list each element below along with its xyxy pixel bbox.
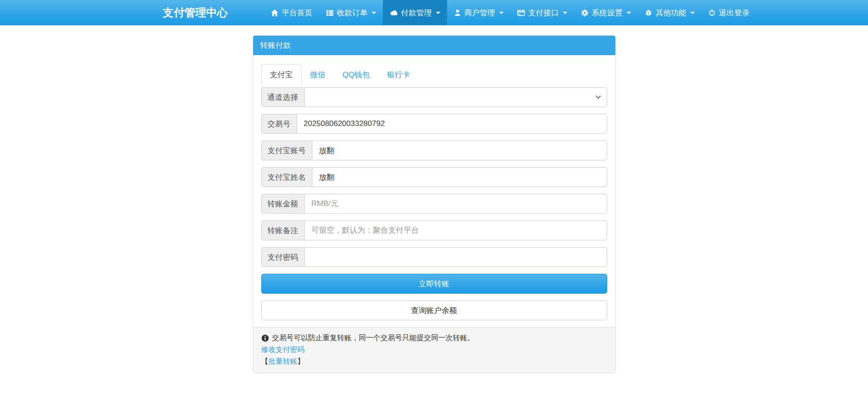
list-icon: [326, 9, 334, 17]
chevron-down-icon: [499, 12, 504, 14]
transfer-payment-panel: 转账付款 支付宝 微信 QQ钱包 银行卡 通道选择 交易号 支付宝账号: [253, 35, 616, 373]
trade-no-label: 交易号: [261, 114, 297, 134]
nav-label: 其他功能: [656, 8, 686, 18]
alipay-name-label: 支付宝姓名: [261, 167, 312, 187]
gear-icon: [581, 9, 589, 17]
batch-bracket-close: 】: [297, 357, 305, 365]
nav-item-logout[interactable]: 退出登录: [702, 0, 756, 25]
change-password-line: 修改支付密码: [261, 344, 607, 356]
nav-label: 付款管理: [401, 8, 432, 18]
channel-label: 通道选择: [261, 87, 304, 107]
chevron-down-icon: [436, 12, 440, 14]
nav-item-merchant-management[interactable]: 商户管理: [447, 0, 510, 25]
nav-item-receive-orders[interactable]: 收款订单: [319, 0, 383, 25]
tab-bank-card[interactable]: 银行卡: [378, 64, 419, 85]
trade-no-row: 交易号: [261, 114, 607, 134]
home-icon: [271, 9, 278, 17]
tab-qq-wallet[interactable]: QQ钱包: [334, 64, 378, 85]
nav-item-other-functions[interactable]: 其他功能: [638, 0, 702, 25]
nav-label: 收款订单: [337, 8, 368, 18]
alipay-account-input[interactable]: [312, 140, 607, 160]
channel-row: 通道选择: [261, 87, 607, 107]
pay-password-input[interactable]: [304, 247, 607, 267]
main-nav: 平台首页 收款订单: [264, 0, 756, 25]
pay-password-row: 支付密码: [261, 247, 607, 267]
alipay-name-row: 支付宝姓名: [261, 167, 607, 187]
nav-label: 平台首页: [282, 8, 312, 18]
query-balance-button[interactable]: 查询账户余额: [261, 300, 607, 320]
nav-label: 系统设置: [592, 8, 623, 18]
nav-item-platform-home[interactable]: 平台首页: [264, 0, 319, 25]
user-icon: [454, 9, 461, 16]
nav-item-payment-interface[interactable]: 支付接口: [510, 0, 574, 25]
trade-no-notice: 交易号可以防止重复转账，同一个交易号只能提交同一次转账。: [261, 332, 607, 344]
app-title: 支付管理中心: [163, 0, 228, 25]
nav-item-payment-management[interactable]: 付款管理: [383, 0, 447, 25]
panel-title: 转账付款: [253, 36, 615, 55]
alipay-name-input[interactable]: [312, 167, 607, 187]
navbar-container: 支付管理中心 平台首页: [156, 0, 712, 25]
panel-body: 支付宝 微信 QQ钱包 银行卡 通道选择 交易号 支付宝账号: [253, 55, 615, 327]
tab-wechat[interactable]: 微信: [302, 64, 334, 85]
notice-text: 交易号可以防止重复转账，同一个交易号只能提交同一次转账。: [272, 332, 607, 344]
nav-item-system-settings[interactable]: 系统设置: [574, 0, 638, 25]
nav-label: 商户管理: [464, 8, 495, 18]
channel-select[interactable]: [304, 87, 607, 107]
card-icon: [517, 9, 525, 17]
batch-transfer-link[interactable]: 批量转账: [269, 357, 297, 365]
tab-alipay[interactable]: 支付宝: [261, 64, 302, 85]
pay-password-label: 支付密码: [261, 247, 304, 267]
nav-label: 支付接口: [528, 8, 559, 18]
trade-no-input[interactable]: [297, 114, 607, 134]
batch-transfer-line: 【批量转账】: [261, 356, 607, 367]
panel-footer: 交易号可以防止重复转账，同一个交易号只能提交同一次转账。 修改支付密码 【批量转…: [253, 327, 615, 373]
chevron-down-icon: [372, 12, 376, 14]
batch-bracket-open: 【: [261, 357, 269, 365]
chevron-down-icon: [563, 12, 567, 14]
transfer-now-button[interactable]: 立即转账: [261, 274, 607, 294]
cube-icon: [645, 9, 652, 17]
chevron-down-icon: [690, 12, 695, 14]
amount-row: 转账金额: [261, 194, 607, 214]
remark-row: 转账备注: [261, 220, 607, 240]
info-icon: [261, 334, 269, 342]
alipay-account-label: 支付宝账号: [261, 140, 312, 160]
cloud-icon: [390, 9, 398, 17]
remark-input[interactable]: [304, 220, 607, 240]
amount-label: 转账金额: [261, 194, 304, 214]
remark-label: 转账备注: [261, 220, 304, 240]
alipay-account-row: 支付宝账号: [261, 140, 607, 160]
change-password-link[interactable]: 修改支付密码: [261, 346, 305, 353]
top-navbar: 支付管理中心 平台首页: [0, 0, 868, 25]
nav-label: 退出登录: [719, 8, 750, 18]
amount-input[interactable]: [304, 194, 607, 214]
payment-method-tabs: 支付宝 微信 QQ钱包 银行卡: [261, 64, 607, 85]
chevron-down-icon: [627, 12, 631, 14]
power-icon: [708, 9, 716, 16]
